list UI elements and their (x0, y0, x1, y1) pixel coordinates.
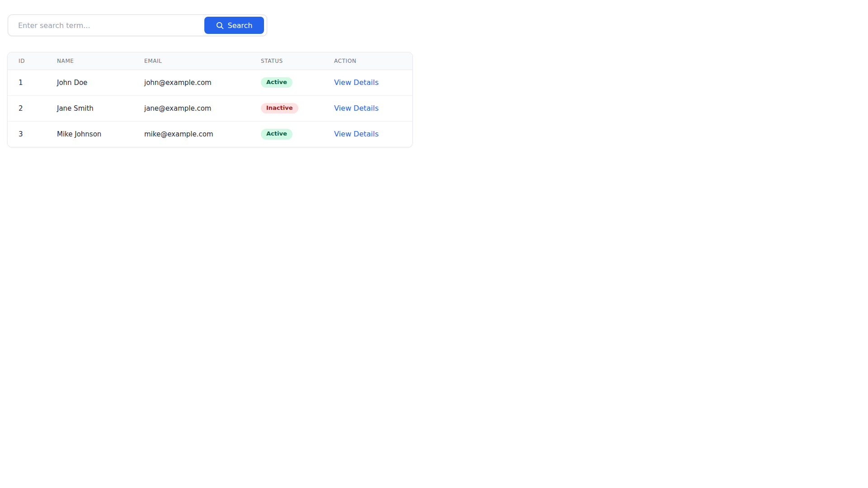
search-input[interactable] (8, 15, 204, 36)
table-row: 3 Mike Johnson mike@example.com Active V… (8, 121, 413, 147)
cell-status: Inactive (250, 95, 323, 121)
search-button-label: Search (228, 21, 253, 30)
column-header-action: ACTION (323, 52, 413, 70)
users-table: ID NAME EMAIL STATUS ACTION 1 John Doe j… (8, 52, 413, 147)
table-row: 1 John Doe john@example.com Active View … (8, 70, 413, 95)
column-header-id: ID (8, 52, 46, 70)
cell-name: Jane Smith (46, 95, 133, 121)
cell-id: 3 (8, 121, 46, 147)
column-header-status: STATUS (250, 52, 323, 70)
table-row: 2 Jane Smith jane@example.com Inactive V… (8, 95, 413, 121)
search-bar: Search (8, 14, 267, 36)
cell-email: jane@example.com (133, 95, 250, 121)
cell-email: john@example.com (133, 70, 250, 95)
cell-email: mike@example.com (133, 121, 250, 147)
status-badge: Active (261, 129, 292, 140)
cell-action: View Details (323, 121, 413, 147)
cell-status: Active (250, 70, 323, 95)
status-badge: Active (261, 77, 292, 88)
view-details-link[interactable]: View Details (334, 130, 379, 138)
cell-name: Mike Johnson (46, 121, 133, 147)
cell-action: View Details (323, 70, 413, 95)
column-header-name: NAME (46, 52, 133, 70)
cell-id: 1 (8, 70, 46, 95)
cell-action: View Details (323, 95, 413, 121)
status-badge: Inactive (261, 103, 298, 114)
users-table-card: ID NAME EMAIL STATUS ACTION 1 John Doe j… (7, 52, 413, 147)
view-details-link[interactable]: View Details (334, 78, 379, 87)
search-icon (216, 22, 224, 29)
view-details-link[interactable]: View Details (334, 104, 379, 113)
search-button[interactable]: Search (204, 17, 264, 34)
cell-name: John Doe (46, 70, 133, 95)
column-header-email: EMAIL (133, 52, 250, 70)
table-header-row: ID NAME EMAIL STATUS ACTION (8, 52, 413, 70)
cell-status: Active (250, 121, 323, 147)
cell-id: 2 (8, 95, 46, 121)
